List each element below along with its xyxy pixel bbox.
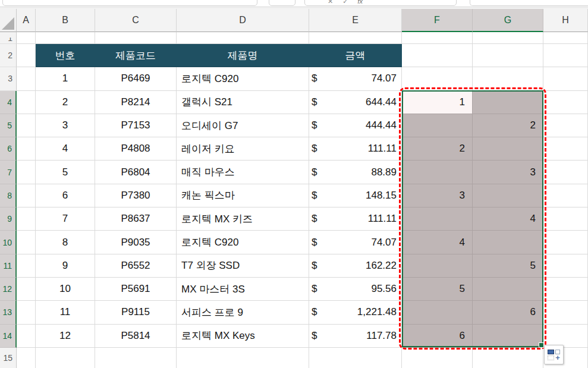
cell-g[interactable] <box>473 137 543 161</box>
cell[interactable] <box>402 44 473 67</box>
select-all-button[interactable] <box>0 9 17 32</box>
cell-g[interactable] <box>473 67 543 90</box>
cell[interactable] <box>17 278 36 301</box>
cell-product-name[interactable]: 로지텍 C920 <box>177 67 309 90</box>
insert-function-icon[interactable]: fx <box>357 0 363 5</box>
cell[interactable] <box>36 348 95 368</box>
cell-g[interactable]: 6 <box>473 301 543 324</box>
cell-code[interactable]: P4808 <box>95 137 177 161</box>
cell[interactable] <box>473 348 543 368</box>
cell-f[interactable]: 2 <box>402 137 473 161</box>
cell[interactable] <box>543 207 588 231</box>
cell-product-name[interactable]: 레이저 키요 <box>177 137 309 161</box>
cell-g[interactable] <box>473 325 543 348</box>
cell-amount[interactable]: $ 111.11 <box>309 137 402 161</box>
cell[interactable] <box>36 32 95 44</box>
row-header[interactable]: 6 <box>0 137 17 161</box>
cell-amount[interactable]: $ 74.07 <box>309 231 402 254</box>
cell-amount[interactable]: $ 117.78 <box>309 325 402 348</box>
cell-no[interactable]: 11 <box>36 301 95 324</box>
cell[interactable] <box>543 161 588 184</box>
cell[interactable] <box>402 32 473 44</box>
cell-code[interactable]: P5814 <box>95 325 177 348</box>
cell-f[interactable] <box>402 114 473 137</box>
cell-g[interactable] <box>473 278 543 301</box>
cell-amount[interactable]: $ 74.07 <box>309 67 402 90</box>
cell-code[interactable]: P6804 <box>95 161 177 184</box>
cell-product-name[interactable]: 로지텍 C920 <box>177 231 309 254</box>
cell[interactable] <box>17 254 36 278</box>
cell-no[interactable]: 7 <box>36 207 95 231</box>
cell-no[interactable]: 3 <box>36 114 95 137</box>
cell-g[interactable] <box>473 184 543 207</box>
cell[interactable] <box>309 32 402 44</box>
autofill-options-button[interactable]: + <box>544 345 564 364</box>
cell-product-name[interactable]: MX 마스터 3S <box>177 278 309 301</box>
cell-code[interactable]: P7153 <box>95 114 177 137</box>
cell[interactable] <box>17 44 36 67</box>
cell-f[interactable]: 4 <box>402 231 473 254</box>
cell-f[interactable] <box>402 301 473 324</box>
row-header-15[interactable]: 15 <box>0 348 17 368</box>
formula-input[interactable] <box>470 0 588 6</box>
name-box[interactable] <box>2 0 257 6</box>
cell-no[interactable]: 10 <box>36 278 95 301</box>
cell-g[interactable]: 4 <box>473 207 543 231</box>
cell[interactable] <box>177 32 309 44</box>
cell-code[interactable]: P5691 <box>95 278 177 301</box>
cell[interactable] <box>17 348 36 368</box>
column-header-d[interactable]: D <box>177 9 309 32</box>
cell[interactable] <box>17 67 36 90</box>
fill-handle[interactable] <box>539 342 544 348</box>
cell[interactable] <box>17 325 36 348</box>
cell-amount[interactable]: $ 162.22 <box>309 254 402 278</box>
cell-code[interactable]: P9035 <box>95 231 177 254</box>
row-header-1[interactable]: 1 <box>0 32 17 44</box>
cell-amount[interactable]: $ 111.11 <box>309 207 402 231</box>
cell-no[interactable]: 1 <box>36 67 95 90</box>
cell[interactable] <box>17 114 36 137</box>
cell-product-name[interactable]: 캐논 픽스마 <box>177 184 309 207</box>
cell[interactable] <box>473 32 543 44</box>
cell[interactable] <box>543 114 588 137</box>
cell-code[interactable]: P6552 <box>95 254 177 278</box>
cell-no[interactable]: 2 <box>36 91 95 114</box>
cell-no[interactable]: 12 <box>36 325 95 348</box>
table-header-amount[interactable]: 금액 <box>309 44 402 67</box>
row-header[interactable]: 10 <box>0 231 17 254</box>
cell[interactable] <box>309 348 402 368</box>
row-header[interactable]: 7 <box>0 161 17 184</box>
cell-product-name[interactable]: 서피스 프로 9 <box>177 301 309 324</box>
cell[interactable] <box>17 301 36 324</box>
cell[interactable] <box>543 91 588 114</box>
column-header-c[interactable]: C <box>95 9 177 32</box>
cell-f[interactable] <box>402 254 473 278</box>
row-header[interactable]: 12 <box>0 278 17 301</box>
cell-amount[interactable]: $ 644.44 <box>309 91 402 114</box>
cell-g[interactable]: 5 <box>473 254 543 278</box>
cell[interactable] <box>95 32 177 44</box>
row-header[interactable]: 9 <box>0 207 17 231</box>
cell-g[interactable] <box>473 91 543 114</box>
cell-amount[interactable]: $ 444.44 <box>309 114 402 137</box>
column-header-a[interactable]: A <box>17 9 36 32</box>
table-header-code[interactable]: 제품코드 <box>95 44 177 67</box>
cell-no[interactable]: 6 <box>36 184 95 207</box>
cell-f[interactable] <box>402 161 473 184</box>
cell[interactable] <box>543 254 588 278</box>
cancel-icon[interactable]: ✕ <box>328 0 333 5</box>
cell-f[interactable]: 6 <box>402 325 473 348</box>
row-header[interactable]: 13 <box>0 301 17 324</box>
enter-icon[interactable]: ✓ <box>342 0 348 5</box>
cell-code[interactable]: P8214 <box>95 91 177 114</box>
column-header-g[interactable]: G <box>473 9 543 32</box>
row-header[interactable]: 11 <box>0 254 17 278</box>
table-header-name[interactable]: 제품명 <box>177 44 309 67</box>
column-header-e[interactable]: E <box>309 9 402 32</box>
row-header[interactable]: 8 <box>0 184 17 207</box>
cell[interactable] <box>17 231 36 254</box>
cell[interactable] <box>543 32 588 44</box>
cell-product-name[interactable]: 로지텍 MX Keys <box>177 325 309 348</box>
cell[interactable] <box>543 67 588 90</box>
cell-amount[interactable]: $ 1,221.48 <box>309 301 402 324</box>
